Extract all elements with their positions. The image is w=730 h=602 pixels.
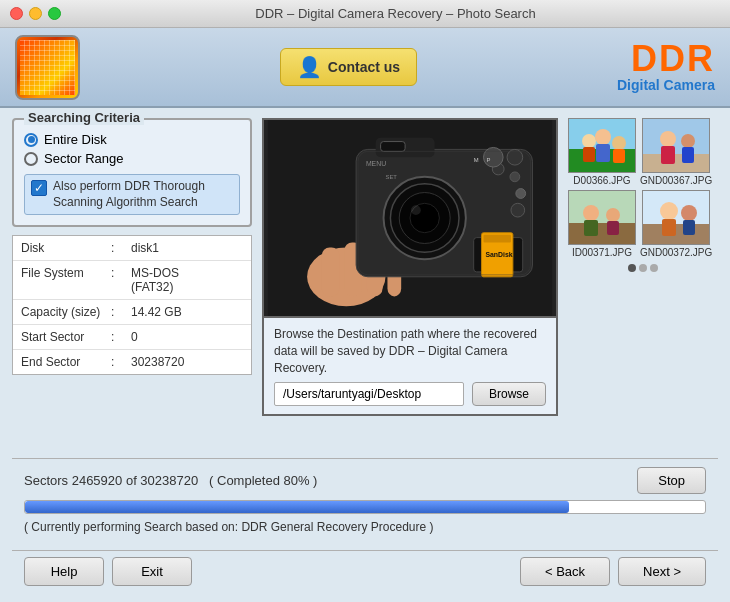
sectors-text: Sectors 2465920 of 30238720 [24,473,198,488]
disk-info-row-fs: File System : MS-DOS(FAT32) [13,261,251,300]
minimize-button[interactable] [29,7,42,20]
svg-rect-54 [683,220,695,235]
di-label-cap: Capacity (size) [21,305,111,319]
progress-status: ( Currently performing Search based on: … [24,520,706,534]
exit-button[interactable]: Exit [112,557,192,586]
svg-point-16 [516,189,526,199]
svg-point-39 [660,131,676,147]
di-label-fs: File System [21,266,111,294]
svg-rect-32 [583,147,595,162]
scroll-indicator [568,264,718,272]
di-colon-fs: : [111,266,131,294]
svg-point-19 [507,149,523,165]
thorough-scan-checkbox[interactable]: ✓ [31,180,47,196]
di-value-end: 30238720 [131,355,184,369]
svg-point-31 [582,134,596,148]
disk-info-table: Disk : disk1 File System : MS-DOS(FAT32)… [12,235,252,375]
logo-pattern [20,40,75,95]
help-button[interactable]: Help [24,557,104,586]
disk-info-row-cap: Capacity (size) : 14.42 GB [13,300,251,325]
camera-image: SanDisk P M MENU SET [262,118,558,318]
radio-entire-disk[interactable]: Entire Disk [24,132,240,147]
left-panel: Searching Criteria Entire Disk Sector Ra… [12,118,252,450]
thumb-label-4: GND00372.JPG [640,247,712,258]
svg-point-45 [583,205,599,221]
bottom-bar: Help Exit < Back Next > [12,550,718,592]
radio-circle-entire [24,133,38,147]
svg-point-17 [511,203,525,217]
progress-bar-bg [24,500,706,514]
svg-rect-52 [662,219,676,236]
di-label-start: Start Sector [21,330,111,344]
svg-point-13 [411,205,421,215]
thumbnail-1[interactable]: D00366.JPG [568,118,636,186]
svg-rect-2 [322,247,340,296]
top-section: Searching Criteria Entire Disk Sector Ra… [12,118,718,450]
thumb-img-3 [568,190,636,245]
back-button[interactable]: < Back [520,557,610,586]
ddr-subtitle: Digital Camera [617,77,715,93]
thumbnail-4[interactable]: GND00372.JPG [640,190,712,258]
checkbox-text: Also perform DDR Thorough Scanning Algor… [53,179,233,210]
svg-rect-8 [381,142,406,152]
radio-sector-range[interactable]: Sector Range [24,151,240,166]
svg-text:P: P [486,157,490,163]
svg-text:MENU: MENU [366,160,386,167]
thumbnail-2[interactable]: GND00367.JPG [640,118,712,186]
di-colon-start: : [111,330,131,344]
thumbnails-panel: D00366.JPG [568,118,718,450]
path-input[interactable] [274,382,464,406]
person-icon: 👤 [297,55,322,79]
svg-text:SET: SET [386,174,398,180]
browse-row: Browse [274,382,546,406]
completed-text: ( Completed 80% ) [209,473,317,488]
thumb-img-1 [568,118,636,173]
thumb-row-bottom: ID00371.JPG [568,190,718,258]
browse-button[interactable]: Browse [472,382,546,406]
thumb-img-4 [642,190,710,245]
svg-point-47 [606,208,620,222]
radio-circle-sector [24,152,38,166]
progress-bar-fill [25,501,569,513]
thorough-scan-checkbox-row[interactable]: ✓ Also perform DDR Thorough Scanning Alg… [24,174,240,215]
next-button[interactable]: Next > [618,557,706,586]
maximize-button[interactable] [48,7,61,20]
disk-info-row-disk: Disk : disk1 [13,236,251,261]
svg-rect-46 [584,220,598,236]
thumb-row-top: D00366.JPG [568,118,718,186]
ddr-title: DDR [617,41,715,77]
svg-rect-34 [596,144,610,162]
stop-button[interactable]: Stop [637,467,706,494]
svg-rect-42 [682,147,694,163]
svg-rect-38 [643,154,710,173]
ddr-branding: DDR Digital Camera [617,41,715,93]
criteria-box: Searching Criteria Entire Disk Sector Ra… [12,118,252,227]
contact-button[interactable]: 👤 Contact us [280,48,417,86]
svg-rect-22 [484,235,511,243]
camera-section: SanDisk P M MENU SET Browse the Destinat… [262,118,558,450]
svg-point-33 [595,129,611,145]
svg-point-15 [510,172,520,182]
svg-point-35 [612,136,626,150]
svg-rect-44 [569,223,636,245]
di-colon-cap: : [111,305,131,319]
app-logo [15,35,80,100]
di-value-fs: MS-DOS(FAT32) [131,266,179,294]
svg-rect-50 [643,224,710,245]
thumb-label-3: ID00371.JPG [572,247,632,258]
radio-label-entire: Entire Disk [44,132,107,147]
svg-rect-48 [607,221,619,235]
window-title: DDR – Digital Camera Recovery – Photo Se… [71,6,720,21]
scroll-dot-1 [628,264,636,272]
thumb-label-1: D00366.JPG [573,175,630,186]
di-colon-disk: : [111,241,131,255]
contact-label: Contact us [328,59,400,75]
main-content: Searching Criteria Entire Disk Sector Ra… [0,108,730,602]
progress-section: Sectors 2465920 of 30238720 ( Completed … [12,458,718,542]
thumbnail-3[interactable]: ID00371.JPG [568,190,636,258]
progress-header: Sectors 2465920 of 30238720 ( Completed … [24,467,706,494]
close-button[interactable] [10,7,23,20]
criteria-label: Searching Criteria [24,110,144,125]
di-label-disk: Disk [21,241,111,255]
titlebar: DDR – Digital Camera Recovery – Photo Se… [0,0,730,28]
